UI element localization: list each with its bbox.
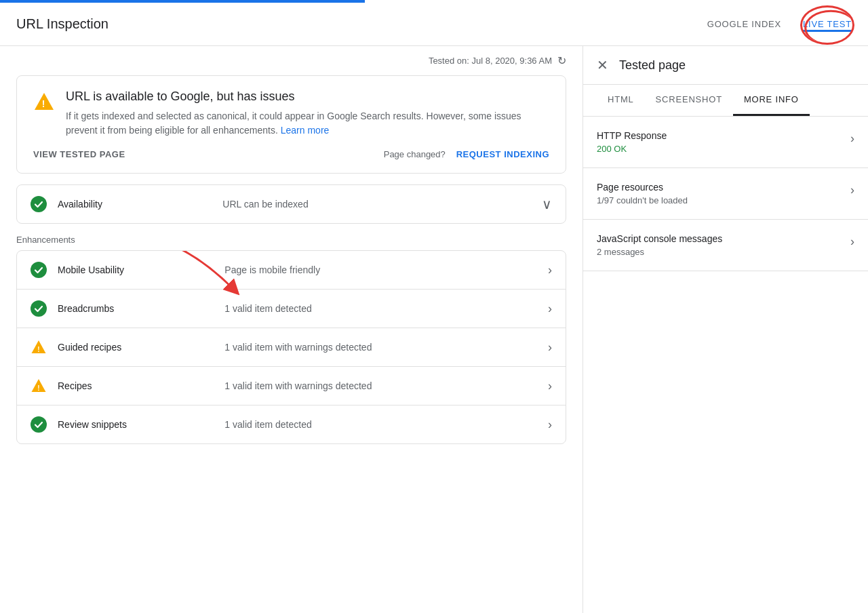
tab-more-info[interactable]: MORE INFO	[733, 85, 810, 116]
right-panel-title: Tested page	[619, 58, 686, 73]
breadcrumbs-value: 1 valid item detected	[224, 303, 537, 314]
mobile-usability-chevron-icon: ›	[548, 263, 552, 277]
review-snippets-value: 1 valid item detected	[224, 419, 537, 430]
alert-text-block: URL is available to Google, but has issu…	[66, 90, 549, 138]
http-response-title: HTTP Response	[597, 130, 840, 141]
breadcrumbs-check-icon	[31, 300, 47, 317]
svg-text:!: !	[37, 384, 39, 392]
warning-icon: !	[33, 91, 55, 113]
review-snippets-check-icon	[31, 416, 47, 433]
enhancement-row-review-snippets[interactable]: Review snippets 1 valid item detected ›	[17, 406, 566, 443]
info-row-http-response[interactable]: HTTP Response 200 OK ›	[583, 117, 868, 168]
availability-label: Availability	[58, 199, 212, 210]
right-panel: ✕ Tested page HTML SCREENSHOT MORE INFO …	[583, 46, 868, 613]
learn-more-link[interactable]: Learn more	[281, 125, 330, 136]
left-panel: Tested on: Jul 8, 2020, 9:36 AM ↻ ! URL …	[0, 46, 583, 613]
review-snippets-label: Review snippets	[58, 419, 214, 430]
tested-on-bar: Tested on: Jul 8, 2020, 9:36 AM ↻	[16, 46, 566, 75]
availability-value: URL can be indexed	[222, 199, 531, 210]
svg-point-4	[31, 300, 47, 317]
alert-title: URL is available to Google, but has issu…	[66, 90, 549, 104]
right-panel-tabs: HTML SCREENSHOT MORE INFO	[583, 85, 868, 117]
tested-on-text: Tested on: Jul 8, 2020, 9:36 AM	[429, 56, 552, 66]
guided-recipes-value: 1 valid item with warnings detected	[224, 342, 537, 353]
alert-desc: If it gets indexed and selected as canon…	[66, 109, 549, 138]
header-tabs: GOOGLE INDEX LIVE TEST	[707, 16, 852, 32]
close-button[interactable]: ✕	[597, 57, 608, 73]
view-tested-page-button[interactable]: VIEW TESTED PAGE	[33, 149, 125, 159]
info-row-page-resources[interactable]: Page resources 1/97 couldn't be loaded ›	[583, 168, 868, 220]
refresh-icon[interactable]: ↻	[557, 54, 566, 67]
svg-text:!: !	[37, 346, 39, 353]
page-resources-subtitle: 1/97 couldn't be loaded	[597, 195, 840, 205]
svg-point-3	[31, 262, 47, 278]
http-response-content: HTTP Response 200 OK	[597, 130, 840, 154]
javascript-console-content: JavaScript console messages 2 messages	[597, 233, 840, 257]
page-title: URL Inspection	[16, 16, 707, 32]
tab-html[interactable]: HTML	[597, 85, 645, 116]
mobile-usability-label: Mobile Usability	[58, 264, 214, 275]
recipes-value: 1 valid item with warnings detected	[224, 380, 537, 391]
javascript-console-title: JavaScript console messages	[597, 233, 840, 244]
tab-screenshot[interactable]: SCREENSHOT	[645, 85, 733, 116]
recipes-warning-icon: !	[31, 378, 47, 394]
breadcrumbs-chevron-icon: ›	[548, 302, 552, 316]
page-resources-title: Page resources	[597, 182, 840, 193]
javascript-console-chevron-icon: ›	[850, 235, 854, 249]
enhancement-row-breadcrumbs[interactable]: Breadcrumbs 1 valid item detected ›	[17, 290, 566, 328]
enhancements-section-label: Enhancements	[16, 235, 566, 245]
http-response-status: 200 OK	[597, 144, 840, 154]
right-panel-header: ✕ Tested page	[583, 46, 868, 85]
info-row-javascript-console[interactable]: JavaScript console messages 2 messages ›	[583, 220, 868, 271]
guided-recipes-label: Guided recipes	[58, 342, 214, 353]
svg-point-7	[31, 416, 47, 433]
recipes-chevron-icon: ›	[548, 379, 552, 393]
request-indexing-button[interactable]: REQUEST INDEXING	[456, 149, 549, 159]
mobile-usability-check-icon	[31, 262, 47, 278]
page-changed-text: Page changed?	[384, 149, 446, 159]
enhancement-row-guided-recipes[interactable]: ! Guided recipes 1 valid item with warni…	[17, 328, 566, 367]
tab-google-index[interactable]: GOOGLE INDEX	[707, 16, 781, 32]
request-indexing-group: Page changed? REQUEST INDEXING	[384, 149, 549, 159]
guided-recipes-chevron-icon: ›	[548, 340, 552, 355]
mobile-usability-value: Page is mobile friendly	[224, 264, 537, 275]
recipes-label: Recipes	[58, 380, 214, 391]
svg-point-2	[31, 196, 47, 212]
main-layout: Tested on: Jul 8, 2020, 9:36 AM ↻ ! URL …	[0, 46, 868, 613]
enhancement-row-recipes[interactable]: ! Recipes 1 valid item with warnings det…	[17, 367, 566, 406]
alert-card-top: ! URL is available to Google, but has is…	[33, 90, 549, 138]
alert-actions: VIEW TESTED PAGE Page changed? REQUEST I…	[33, 146, 549, 159]
breadcrumbs-label: Breadcrumbs	[58, 303, 214, 314]
guided-recipes-warning-icon: !	[31, 339, 47, 355]
page-resources-chevron-icon: ›	[850, 183, 854, 197]
tab-live-test[interactable]: LIVE TEST	[803, 16, 852, 32]
alert-card: ! URL is available to Google, but has is…	[16, 75, 566, 174]
javascript-console-subtitle: 2 messages	[597, 247, 840, 257]
review-snippets-chevron-icon: ›	[548, 418, 552, 432]
availability-check-icon	[31, 196, 47, 212]
page-resources-content: Page resources 1/97 couldn't be loaded	[597, 182, 840, 205]
availability-chevron-icon: ∨	[542, 196, 552, 212]
http-response-chevron-icon: ›	[850, 132, 854, 146]
header: URL Inspection GOOGLE INDEX LIVE TEST	[0, 3, 868, 46]
right-panel-body: HTTP Response 200 OK › Page resources 1/…	[583, 117, 868, 613]
availability-card[interactable]: Availability URL can be indexed ∨	[16, 184, 566, 224]
enhancements-card: Mobile Usability Page is mobile friendly…	[16, 250, 566, 444]
svg-text:!: !	[42, 98, 45, 109]
enhancement-row-mobile-usability[interactable]: Mobile Usability Page is mobile friendly…	[17, 251, 566, 290]
